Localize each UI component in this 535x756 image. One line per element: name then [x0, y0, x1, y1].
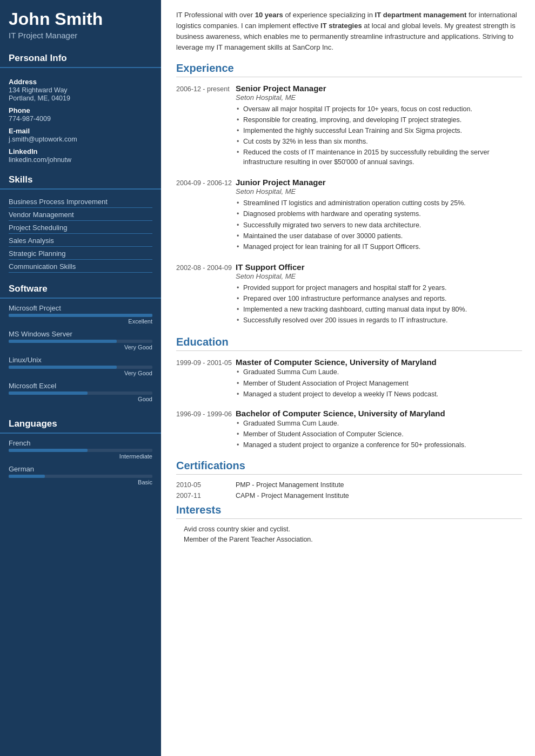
bar-label: Excellent — [9, 318, 152, 325]
skill-item: Strategic Planning — [9, 247, 152, 260]
certifications-title: Certifications — [176, 460, 522, 475]
entry-date: 1996-09 - 1999-06 — [176, 409, 236, 451]
bar-label: Basic — [9, 479, 152, 485]
personal-info-section: Personal Info Address 134 Rightward Way … — [0, 48, 161, 169]
languages-section: Languages French Intermediate German Bas… — [0, 413, 161, 496]
certifications-list: 2010-05 PMP - Project Management Institu… — [176, 481, 522, 500]
skill-item: Sales Analysis — [9, 234, 152, 247]
software-item: Microsoft Project Excellent — [9, 304, 152, 325]
software-item: MS Windows Server Very Good — [9, 330, 152, 350]
skill-item: Business Process Improvement — [9, 195, 152, 208]
candidate-job-title: IT Project Manager — [9, 31, 152, 40]
skill-item: Vendor Management — [9, 208, 152, 221]
cert-value: CAPM - Project Management Institute — [236, 492, 349, 500]
entry-company: Seton Hospital, ME — [236, 187, 522, 195]
address-line1: 134 Rightward Way — [9, 86, 152, 94]
bullet-item: Streamlined IT logistics and administrat… — [236, 198, 522, 208]
bar-container — [9, 314, 152, 317]
bar-label: Good — [9, 396, 152, 402]
entry-content: IT Support Officer Seton Hospital, ME Pr… — [236, 262, 522, 327]
interests-title: Interests — [176, 504, 522, 519]
experience-entry: 2006-12 - present Senior Project Manager… — [176, 84, 522, 168]
entry-bullets: Streamlined IT logistics and administrat… — [236, 198, 522, 252]
entry-bullets: Oversaw all major hospital IT projects f… — [236, 104, 522, 167]
entry-content: Master of Computer Science, University o… — [236, 357, 522, 400]
main-content: IT Professional with over 10 years of ex… — [161, 0, 535, 756]
entry-bullets: Provided support for project managers an… — [236, 283, 522, 326]
entry-content: Junior Project Manager Seton Hospital, M… — [236, 178, 522, 253]
bullet-item: Member of Student Association of Compute… — [236, 429, 522, 439]
phone-label: Phone — [9, 106, 152, 114]
sidebar-header: John Smith IT Project Manager — [0, 0, 161, 48]
cert-date: 2007-11 — [176, 492, 236, 500]
entry-date: 2006-12 - present — [176, 84, 236, 168]
linkedin-label: LinkedIn — [9, 147, 152, 156]
bullet-item: Cut costs by 32% in less than six months… — [236, 137, 522, 146]
bar-container — [9, 475, 152, 478]
bullet-item: Prepared over 100 infrastructure perform… — [236, 294, 522, 303]
software-name: Linux/Unix — [9, 356, 152, 364]
personal-info-title: Personal Info — [0, 48, 161, 68]
language-item: French Intermediate — [9, 439, 152, 460]
software-item: Linux/Unix Very Good — [9, 356, 152, 376]
entry-bullets: Graduated Summa Cum Laude.Member of Stud… — [236, 367, 522, 399]
software-name: MS Windows Server — [9, 330, 152, 338]
software-section: Software Microsoft Project Excellent MS … — [0, 278, 161, 413]
entry-date: 1999-09 - 2001-05 — [176, 357, 236, 400]
email-value: j.smith@uptowork.com — [9, 136, 152, 143]
bar-container — [9, 366, 152, 369]
bullet-item: Provided support for project managers an… — [236, 283, 522, 293]
interest-item: Avid cross country skier and cyclist. — [176, 525, 522, 533]
bullet-item: Managed project for lean training for al… — [236, 242, 522, 252]
bullet-item: Implemented the highly successful Lean T… — [236, 126, 522, 136]
bar-fill — [9, 475, 45, 478]
certification-entry: 2007-11 CAPM - Project Management Instit… — [176, 492, 522, 500]
degree-title: Bachelor of Computer Science, University… — [236, 409, 522, 418]
entry-job-title: Junior Project Manager — [236, 178, 522, 187]
email-label: E-mail — [9, 127, 152, 135]
skills-title: Skills — [0, 169, 161, 190]
bar-container — [9, 392, 152, 395]
software-title: Software — [0, 278, 161, 299]
education-entry: 1999-09 - 2001-05 Master of Computer Sci… — [176, 357, 522, 400]
bullet-item: Managed a student project to develop a w… — [236, 389, 522, 399]
language-item: German Basic — [9, 465, 152, 485]
entry-company: Seton Hospital, ME — [236, 272, 522, 280]
language-name: French — [9, 439, 152, 447]
bar-fill — [9, 340, 117, 343]
interests-list: Avid cross country skier and cyclist.Mem… — [176, 525, 522, 543]
bullet-item: Diagnosed problems with hardware and ope… — [236, 209, 522, 219]
entry-job-title: Senior Project Manager — [236, 84, 522, 93]
entry-content: Senior Project Manager Seton Hospital, M… — [236, 84, 522, 168]
languages-content: French Intermediate German Basic — [0, 438, 161, 496]
cert-value: PMP - Project Management Institute — [236, 481, 344, 489]
entry-company: Seton Hospital, ME — [236, 93, 522, 102]
entry-date: 2004-09 - 2006-12 — [176, 178, 236, 253]
linkedin-value: linkedin.com/johnutw — [9, 156, 152, 164]
phone-value: 774-987-4009 — [9, 115, 152, 123]
bar-fill — [9, 449, 88, 452]
certification-entry: 2010-05 PMP - Project Management Institu… — [176, 481, 522, 489]
bullet-item: Successfully migrated two servers to new… — [236, 220, 522, 230]
address-label: Address — [9, 78, 152, 86]
skill-item: Communication Skills — [9, 260, 152, 273]
skills-section: Skills Business Process ImprovementVendo… — [0, 169, 161, 278]
entry-content: Bachelor of Computer Science, University… — [236, 409, 522, 451]
education-entry: 1996-09 - 1999-06 Bachelor of Computer S… — [176, 409, 522, 451]
bullet-item: Managed a student project to organize a … — [236, 440, 522, 450]
education-list: 1999-09 - 2001-05 Master of Computer Sci… — [176, 357, 522, 451]
bullet-item: Graduated Summa Cum Laude. — [236, 418, 522, 428]
bar-fill — [9, 366, 117, 369]
entry-date: 2002-08 - 2004-09 — [176, 262, 236, 327]
cert-date: 2010-05 — [176, 481, 236, 489]
software-item: Microsoft Excel Good — [9, 382, 152, 402]
skills-content: Business Process ImprovementVendor Manag… — [0, 194, 161, 278]
experience-entry: 2004-09 - 2006-12 Junior Project Manager… — [176, 178, 522, 253]
interest-item: Member of the Parent Teacher Association… — [176, 536, 522, 543]
bar-label: Very Good — [9, 370, 152, 376]
experience-list: 2006-12 - present Senior Project Manager… — [176, 84, 522, 327]
candidate-name: John Smith — [9, 10, 152, 29]
bullet-item: Reduced the costs of IT maintenance in 2… — [236, 147, 522, 167]
personal-info-content: Address 134 Rightward Way Portland, ME, … — [0, 72, 161, 169]
degree-title: Master of Computer Science, University o… — [236, 357, 522, 367]
